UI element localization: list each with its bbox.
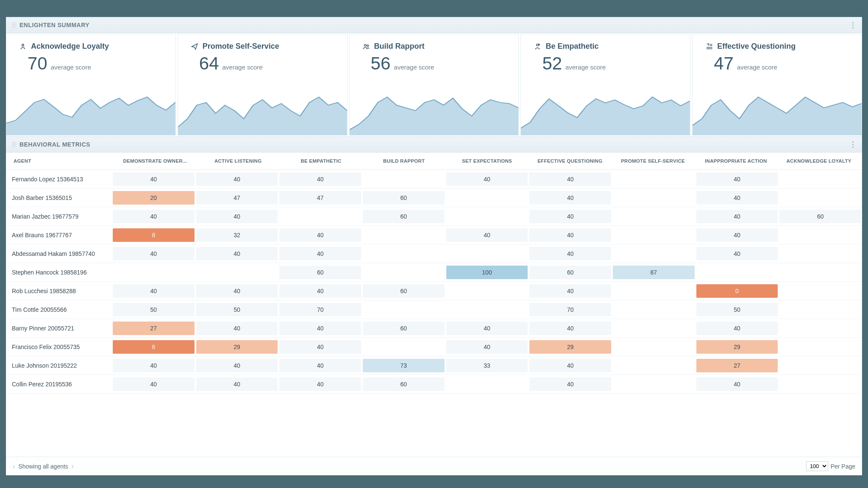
column-header[interactable]: BUILD RAPPORT <box>362 157 445 165</box>
card-title: Effective Questioning <box>717 42 796 51</box>
column-header[interactable]: ACTIVE LISTENING <box>197 157 280 165</box>
metric-cell: 40 <box>529 172 611 186</box>
metrics-table: AGENTDEMONSTRATE OWNER...ACTIVE LISTENIN… <box>6 152 862 457</box>
agent-name: Josh Barber 15365015 <box>6 194 112 201</box>
drag-handle-icon[interactable] <box>12 141 16 147</box>
metric-cell: 40 <box>113 359 195 372</box>
table-row[interactable]: Tim Cottle 200555665050707050 <box>6 300 862 319</box>
column-header[interactable]: PROMOTE SELF-SERVICE <box>612 157 695 165</box>
metric-cell: 40 <box>279 322 361 335</box>
table-row[interactable]: Abdessamad Hakam 198577404040404040 <box>6 244 862 263</box>
metric-cell <box>613 288 695 294</box>
summary-card[interactable]: Acknowledge Loyalty 70 average score <box>6 34 176 136</box>
metric-cell: 60 <box>279 266 361 279</box>
prev-page-button[interactable]: ‹ <box>13 463 15 470</box>
metric-cell: 40 <box>279 340 361 354</box>
metric-cell <box>196 269 278 276</box>
column-header[interactable]: BE EMPATHETIC <box>280 157 363 165</box>
table-footer: ‹ Showing all agents › 100 Per Page <box>6 457 862 475</box>
metric-cell: 87 <box>613 266 695 279</box>
metric-cell: 40 <box>446 172 528 186</box>
metric-cell <box>779 250 861 257</box>
metric-cell: 29 <box>196 340 278 354</box>
table-row[interactable]: Marian Jazbec 19677579404060404060 <box>6 207 862 226</box>
metric-cell: 60 <box>363 377 445 391</box>
metric-cell <box>613 250 695 257</box>
summary-card[interactable]: Promote Self-Service 64 average score <box>178 34 348 136</box>
question-list-icon <box>705 43 713 50</box>
metric-cell <box>613 325 695 332</box>
table-row[interactable]: Rob Lucchesi 1985828840404060400 <box>6 282 862 300</box>
table-row[interactable]: Josh Barber 15365015204747604040 <box>6 189 862 207</box>
table-row[interactable]: Stephen Hancock 19858196601006087 <box>6 263 862 282</box>
card-score-label: average score <box>737 64 777 71</box>
metric-cell <box>779 362 861 369</box>
metric-cell: 60 <box>779 210 861 223</box>
svg-point-4 <box>708 46 708 47</box>
metric-cell: 40 <box>196 322 278 335</box>
metrics-header: BEHAVIORAL METRICS <box>6 136 862 152</box>
table-row[interactable]: Luke Johnson 2019522240404073334027 <box>6 356 862 375</box>
metric-cell: 40 <box>529 210 611 223</box>
metric-cell <box>446 381 528 388</box>
metric-cell: 73 <box>363 359 445 372</box>
next-page-button[interactable]: › <box>72 463 74 470</box>
metric-cell <box>613 344 695 350</box>
table-row[interactable]: Collin Perez 20195536404040604040 <box>6 375 862 394</box>
metric-cell: 32 <box>196 228 278 242</box>
metric-cell <box>363 344 445 350</box>
metric-cell: 40 <box>113 284 195 298</box>
column-header[interactable]: DEMONSTRATE OWNER... <box>114 157 197 165</box>
column-header[interactable]: INAPPROPRIATE ACTION <box>694 157 777 165</box>
metric-cell <box>113 269 195 276</box>
metric-cell: 40 <box>196 172 278 186</box>
card-score: 56 <box>371 53 391 74</box>
metric-cell <box>613 213 695 220</box>
metric-cell <box>613 194 695 201</box>
metric-cell: 40 <box>529 322 611 335</box>
agent-name: Marian Jazbec 19677579 <box>6 213 112 220</box>
summary-cards: Acknowledge Loyalty 70 average score Pro… <box>6 33 862 136</box>
metric-cell <box>613 232 695 238</box>
metric-cell: 70 <box>529 303 611 316</box>
per-page-select[interactable]: 100 <box>806 461 828 471</box>
column-header[interactable]: SET EXPECTATIONS <box>445 157 529 165</box>
metric-cell <box>446 250 528 257</box>
table-row[interactable]: Francisco Felix 2005573562940402929 <box>6 338 862 356</box>
metric-cell: 40 <box>529 284 611 298</box>
sparkline <box>693 93 862 135</box>
metric-cell: 60 <box>363 191 445 205</box>
column-header[interactable]: EFFECTIVE QUESTIONING <box>529 157 612 165</box>
sparkline <box>6 93 175 135</box>
metric-cell: 40 <box>529 377 611 391</box>
agent-name: Collin Perez 20195536 <box>6 381 112 388</box>
metric-cell: 47 <box>279 191 361 205</box>
metrics-menu-button[interactable] <box>849 141 856 148</box>
metric-cell: 100 <box>446 266 528 279</box>
people-icon <box>362 43 370 50</box>
metric-cell: 20 <box>113 191 195 205</box>
metric-cell: 50 <box>196 303 278 316</box>
agent-name: Rob Lucchesi 19858288 <box>6 288 112 294</box>
metric-cell: 40 <box>446 228 528 242</box>
metric-cell: 40 <box>529 191 611 205</box>
summary-card[interactable]: Be Empathetic 52 average score <box>520 34 690 136</box>
summary-card[interactable]: Effective Questioning 47 average score <box>692 34 862 136</box>
footer-status: Showing all agents <box>18 463 68 470</box>
column-header[interactable]: AGENT <box>8 157 114 165</box>
metric-cell: 70 <box>279 303 361 316</box>
metric-cell: 40 <box>196 247 278 261</box>
table-row[interactable]: Fernando Lopez 15364513404040404040 <box>6 170 862 189</box>
metric-cell <box>779 232 861 238</box>
summary-menu-button[interactable] <box>849 22 856 28</box>
metric-cell: 40 <box>696 191 778 205</box>
metrics-title: BEHAVIORAL METRICS <box>19 141 90 148</box>
column-header[interactable]: ACKNOWLEDGE LOYALTY <box>777 157 860 165</box>
metric-cell: 40 <box>279 172 361 186</box>
metric-cell: 60 <box>363 210 445 223</box>
drag-handle-icon[interactable] <box>12 22 16 28</box>
table-row[interactable]: Barny Pinner 2005572127404060404040 <box>6 319 862 338</box>
table-row[interactable]: Axel Brauns 1967776783240404040 <box>6 226 862 244</box>
summary-card[interactable]: Build Rapport 56 average score <box>349 34 519 136</box>
loyalty-icon <box>19 43 27 50</box>
